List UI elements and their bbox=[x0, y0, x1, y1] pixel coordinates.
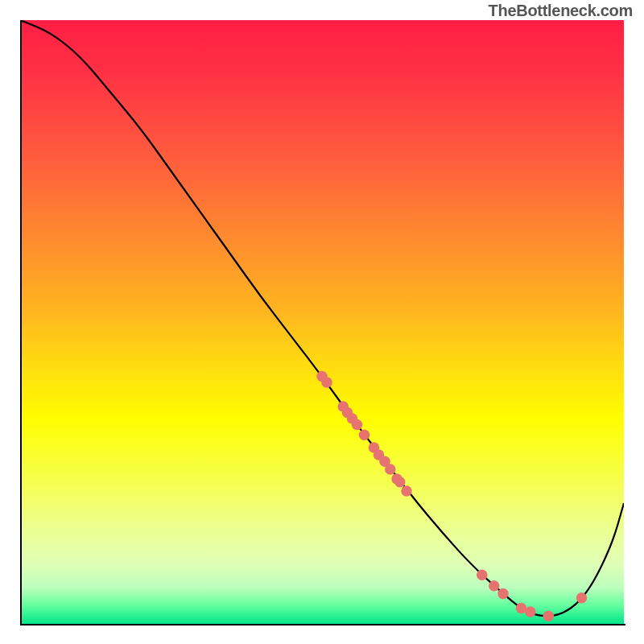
highlight-dot bbox=[321, 377, 332, 388]
highlight-dot bbox=[359, 430, 370, 441]
highlight-dot bbox=[525, 606, 536, 617]
highlight-dot bbox=[394, 477, 406, 488]
plot-area bbox=[20, 20, 624, 624]
y-axis bbox=[20, 20, 22, 625]
highlight-dots-group bbox=[316, 371, 587, 621]
highlight-dot bbox=[489, 580, 500, 592]
x-axis bbox=[20, 624, 625, 625]
highlight-dot bbox=[477, 570, 488, 581]
highlight-dot bbox=[497, 588, 509, 600]
highlight-dot bbox=[543, 611, 555, 622]
highlight-dot bbox=[576, 592, 588, 604]
highlight-dot bbox=[385, 464, 396, 475]
chart-container: TheBottleneck.com bbox=[0, 0, 644, 644]
highlight-dot bbox=[352, 419, 363, 431]
bottleneck-curve bbox=[20, 20, 624, 616]
watermark-text: TheBottleneck.com bbox=[489, 2, 633, 20]
curve-svg bbox=[20, 20, 624, 624]
highlight-dot bbox=[401, 485, 412, 497]
